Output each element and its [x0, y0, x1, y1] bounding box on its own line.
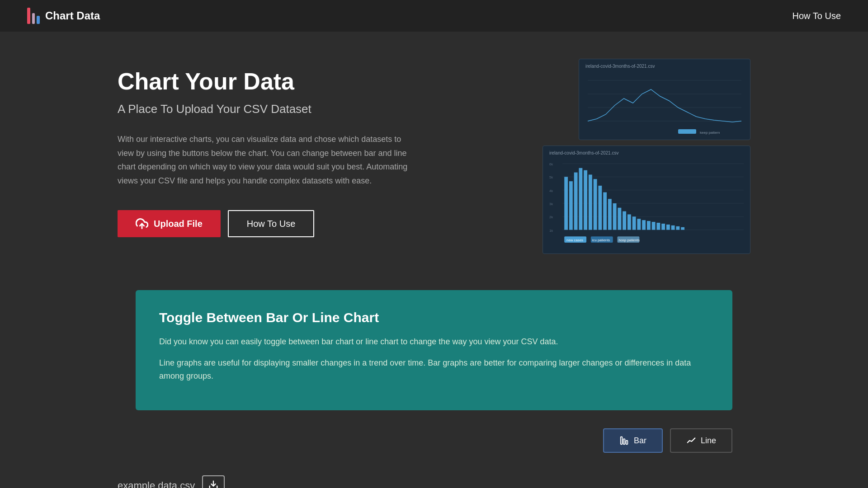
- teal-info-section: Toggle Between Bar Or Line Chart Did you…: [136, 290, 732, 410]
- how-to-use-button[interactable]: How To Use: [228, 210, 314, 237]
- teal-text-2: Line graphs are useful for displaying sm…: [159, 357, 709, 383]
- svg-text:1k: 1k: [549, 229, 553, 233]
- hero-buttons: Upload File How To Use: [118, 210, 416, 237]
- line-button-label: Line: [701, 436, 716, 446]
- line-chart-button[interactable]: Line: [670, 428, 732, 453]
- chart-previews: ireland-covid-3months-of-2021.csv keep p…: [452, 59, 750, 254]
- bar-chart-icon: [619, 436, 629, 446]
- brand-name: Chart Data: [45, 9, 100, 22]
- bar-chart-button[interactable]: Bar: [603, 428, 663, 453]
- upload-file-button[interactable]: Upload File: [118, 210, 221, 237]
- svg-rect-42: [676, 226, 679, 230]
- svg-rect-34: [637, 219, 641, 230]
- svg-rect-32: [627, 214, 631, 230]
- svg-rect-41: [671, 225, 675, 230]
- teal-section-title: Toggle Between Bar Or Line Chart: [159, 310, 709, 325]
- bar-button-label: Bar: [634, 436, 646, 446]
- small-chart-svg: keep pattern: [585, 71, 744, 135]
- hero-section: Chart Your Data A Place To Upload Your C…: [0, 32, 868, 281]
- how-to-use-nav-link[interactable]: How To Use: [793, 11, 841, 21]
- svg-rect-28: [608, 199, 612, 230]
- example-filename: example data.csv: [118, 480, 195, 488]
- svg-text:5k: 5k: [549, 175, 553, 179]
- svg-rect-30: [618, 208, 621, 230]
- svg-rect-43: [681, 227, 684, 230]
- svg-rect-27: [603, 192, 607, 230]
- svg-text:new cases: new cases: [566, 238, 583, 242]
- hero-title: Chart Your Data: [118, 68, 416, 95]
- svg-rect-36: [647, 221, 651, 230]
- svg-text:keep pattern: keep pattern: [700, 131, 720, 135]
- chart-preview-small: ireland-covid-3months-of-2021.csv keep p…: [579, 59, 750, 140]
- svg-rect-38: [656, 223, 660, 230]
- svg-rect-25: [594, 179, 597, 230]
- upload-icon: [136, 217, 148, 230]
- svg-rect-26: [598, 186, 602, 230]
- svg-rect-37: [652, 222, 656, 230]
- example-file-area: example data.csv: [0, 475, 868, 488]
- hero-text-area: Chart Your Data A Place To Upload Your C…: [118, 68, 416, 237]
- brand-logo-area[interactable]: Chart Data: [27, 8, 100, 24]
- svg-rect-20: [569, 181, 573, 230]
- svg-rect-51: [623, 439, 625, 445]
- svg-rect-5: [678, 129, 696, 134]
- navbar: Chart Data How To Use: [0, 0, 868, 32]
- svg-text:3k: 3k: [549, 202, 553, 206]
- svg-rect-19: [564, 177, 568, 230]
- svg-rect-50: [621, 437, 623, 445]
- download-button[interactable]: [202, 475, 225, 488]
- logo-icon: [27, 8, 40, 24]
- svg-text:6k: 6k: [549, 162, 553, 166]
- svg-rect-40: [666, 225, 670, 230]
- svg-rect-23: [584, 170, 587, 230]
- svg-rect-21: [574, 173, 578, 230]
- large-chart-svg: 6k 5k 4k 3k 2k 1k: [549, 158, 744, 249]
- chart-filename-small: ireland-covid-3months-of-2021.csv: [585, 64, 744, 69]
- svg-rect-29: [613, 203, 617, 230]
- svg-rect-33: [632, 216, 636, 230]
- svg-text:icu patients: icu patients: [592, 238, 610, 242]
- svg-rect-22: [579, 168, 582, 230]
- svg-rect-31: [623, 211, 626, 230]
- hero-description: With our interactive charts, you can vis…: [118, 132, 416, 188]
- svg-rect-35: [642, 220, 646, 230]
- upload-button-label: Upload File: [154, 219, 203, 229]
- hero-subtitle: A Place To Upload Your CSV Dataset: [118, 102, 416, 116]
- svg-text:hosp patients: hosp patients: [618, 238, 639, 242]
- svg-text:4k: 4k: [549, 189, 553, 193]
- svg-text:2k: 2k: [549, 215, 553, 219]
- chart-filename-large: ireland-covid-3months-of-2021.csv: [549, 150, 744, 155]
- svg-rect-39: [661, 224, 665, 230]
- svg-rect-52: [626, 441, 628, 444]
- svg-rect-24: [589, 174, 592, 230]
- teal-text-1: Did you know you can easily toggle betwe…: [159, 335, 709, 348]
- line-chart-icon: [686, 436, 696, 446]
- chart-type-buttons: Bar Line: [0, 428, 868, 453]
- chart-preview-large: ireland-covid-3months-of-2021.csv 6k 5k …: [542, 145, 750, 254]
- download-icon: [208, 480, 218, 488]
